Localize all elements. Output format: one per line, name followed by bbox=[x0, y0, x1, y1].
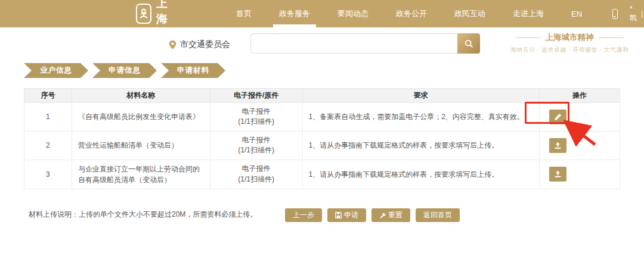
nav-item-政民互动[interactable]: 政民互动 bbox=[448, 0, 491, 27]
table-body: 1《自有高级船员比例发生变化申请表》电子报件(1/1扫描件)1、备案表自动生成，… bbox=[24, 103, 620, 189]
cell-requirement: 1、请从办事指南下载规定格式的样表，按要求填写后上传。 bbox=[302, 160, 540, 189]
footer-buttons: 上一步申请重置返回首页 bbox=[285, 208, 460, 222]
upload-note: 材料上传说明：上传的单个文件大小不要超过20M，所需资料必须上传。 bbox=[29, 210, 257, 220]
column-header: 操作 bbox=[540, 89, 620, 103]
mobile-icon[interactable] bbox=[612, 9, 618, 19]
nav-item-政务公开[interactable]: 政务公开 bbox=[390, 0, 433, 27]
save-icon bbox=[335, 212, 342, 218]
department-label: 市交通委员会 bbox=[169, 39, 230, 50]
city-spirit-title: 上海城市精神 bbox=[501, 32, 638, 43]
table-row: 2营业性运输船舶清单（变动后）电子报件(1/1扫描件)1、请从办事指南下载规定格… bbox=[24, 131, 620, 160]
upload-icon bbox=[554, 170, 562, 178]
column-header: 电子报件/原件 bbox=[210, 89, 302, 103]
search-input[interactable] bbox=[250, 33, 457, 54]
sub-header: 市交通委员会 上海城市精神 海纳百川 · 追求卓越 · 开明睿智 · 大气谦和 bbox=[0, 27, 644, 61]
nav-item-EN[interactable]: EN bbox=[565, 0, 588, 27]
city-spirit-block: 上海城市精神 海纳百川 · 追求卓越 · 开明睿智 · 大气谦和 bbox=[501, 32, 638, 54]
cell-material-name: 与企业直接订立一年期以上劳动合同的自有高级船员清单（变动后） bbox=[72, 160, 210, 189]
pencil-icon bbox=[554, 113, 562, 121]
cell-action bbox=[540, 103, 620, 132]
location-pin-icon bbox=[169, 40, 177, 49]
footer-button-申请[interactable]: 申请 bbox=[327, 208, 366, 222]
nav-item-首页[interactable]: 首页 bbox=[230, 0, 258, 27]
nav-item-走进上海[interactable]: 走进上海 bbox=[507, 0, 550, 27]
step-tabs: 业户信息申请信息申请材料 bbox=[24, 63, 225, 78]
nav-item-要闻动态[interactable]: 要闻动态 bbox=[332, 0, 374, 27]
cell-index: 1 bbox=[24, 103, 72, 132]
materials-table: 序号材料名称电子报件/原件要求操作 1《自有高级船员比例发生变化申请表》电子报件… bbox=[24, 88, 620, 189]
cell-action bbox=[540, 131, 620, 160]
search-icon bbox=[465, 39, 473, 48]
edit-button[interactable] bbox=[549, 110, 566, 124]
logo-person-icon bbox=[136, 4, 151, 24]
city-spirit-slogan: 海纳百川 · 追求卓越 · 开明睿智 · 大气谦和 bbox=[501, 46, 638, 54]
step-tab-3[interactable]: 申请材料 bbox=[161, 63, 225, 78]
header-right: *凯 | 退出 bbox=[612, 4, 644, 24]
user-box: *凯 | 退出 bbox=[630, 4, 644, 24]
cell-requirement: 1、请从办事指南下载规定格式的样表，按要求填写后上传。 bbox=[302, 131, 540, 160]
table-row: 3与企业直接订立一年期以上劳动合同的自有高级船员清单（变动后）电子报件(1/1扫… bbox=[24, 160, 620, 189]
search-button[interactable] bbox=[457, 33, 480, 54]
upload-button[interactable] bbox=[549, 167, 566, 182]
column-header: 材料名称 bbox=[72, 89, 210, 103]
cell-file-type: 电子报件(1/1扫描件) bbox=[210, 160, 302, 189]
column-header: 要求 bbox=[302, 89, 540, 103]
table-header-row: 序号材料名称电子报件/原件要求操作 bbox=[24, 89, 620, 103]
page: 全国一体化在线政务服务平台 上海一网通办 首页政务服务要闻动态政务公开政民互动走… bbox=[0, 0, 644, 275]
upload-button[interactable] bbox=[549, 138, 566, 153]
cell-index: 2 bbox=[24, 131, 72, 160]
search-bar bbox=[250, 33, 480, 54]
step-tab-1[interactable]: 业户信息 bbox=[24, 63, 88, 78]
user-name[interactable]: *凯 bbox=[630, 5, 637, 23]
cell-file-type: 电子报件(1/1扫描件) bbox=[210, 131, 302, 160]
footer-button-返回首页[interactable]: 返回首页 bbox=[416, 208, 460, 222]
cell-action bbox=[540, 160, 620, 189]
nav-item-政务服务[interactable]: 政务服务 bbox=[273, 0, 316, 27]
column-header: 序号 bbox=[24, 89, 72, 103]
user-divider: | bbox=[641, 10, 643, 18]
table-row: 1《自有高级船员比例发生变化申请表》电子报件(1/1扫描件)1、备案表自动生成，… bbox=[24, 103, 620, 132]
footer-button-重置[interactable]: 重置 bbox=[371, 208, 410, 222]
wrench-icon bbox=[379, 212, 386, 218]
top-header: 全国一体化在线政务服务平台 上海一网通办 首页政务服务要闻动态政务公开政民互动走… bbox=[0, 0, 644, 27]
cell-index: 3 bbox=[24, 160, 72, 189]
upload-icon bbox=[554, 142, 562, 149]
cell-requirement: 1、备案表自动生成，需要加盖电子公章；2、内容完整、真实有效。 bbox=[302, 103, 540, 132]
step-tab-2[interactable]: 申请信息 bbox=[92, 63, 157, 78]
cell-material-name: 营业性运输船舶清单（变动后） bbox=[72, 131, 210, 160]
department-name: 市交通委员会 bbox=[180, 39, 230, 50]
footer-button-上一步[interactable]: 上一步 bbox=[285, 208, 322, 222]
cell-file-type: 电子报件(1/1扫描件) bbox=[210, 103, 302, 132]
main-nav: 首页政务服务要闻动态政务公开政民互动走进上海EN bbox=[222, 0, 596, 27]
cell-material-name: 《自有高级船员比例发生变化申请表》 bbox=[72, 103, 210, 132]
